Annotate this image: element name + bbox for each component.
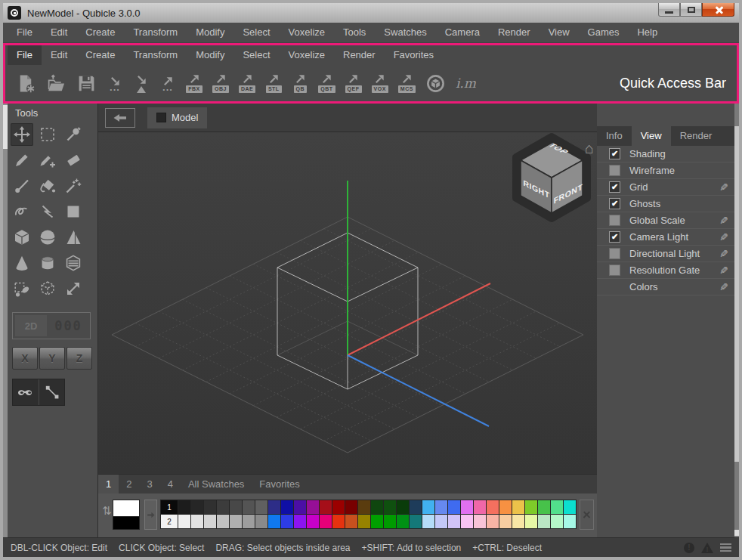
swatch-cell[interactable] bbox=[345, 515, 357, 528]
swatch-cell[interactable] bbox=[281, 500, 293, 514]
swatch-cell[interactable] bbox=[551, 500, 563, 514]
swatch-cell[interactable] bbox=[448, 500, 460, 514]
menu-item-modify[interactable]: Modify bbox=[187, 23, 233, 42]
directional-light-checkbox[interactable] bbox=[609, 248, 620, 259]
mask-tool[interactable] bbox=[13, 379, 39, 405]
swap-colors-icon[interactable]: ⇅ bbox=[102, 504, 112, 518]
brush-tool[interactable] bbox=[11, 175, 33, 197]
wireframe-checkbox[interactable] bbox=[609, 165, 620, 176]
edit-pencil-icon[interactable]: ✎ bbox=[719, 181, 728, 193]
qab-menu-item-select[interactable]: Select bbox=[233, 45, 279, 65]
swatch-tab-3[interactable]: 3 bbox=[139, 475, 159, 493]
import-button[interactable]: ... bbox=[107, 76, 123, 91]
select-brush-tool[interactable] bbox=[11, 277, 33, 300]
export-qef-button[interactable]: QEF bbox=[345, 73, 362, 93]
line-tool[interactable] bbox=[39, 379, 64, 405]
swatch-cell[interactable] bbox=[268, 515, 280, 528]
warning-icon[interactable]: ! bbox=[701, 543, 713, 553]
edit-pencil-icon[interactable]: ✎ bbox=[719, 248, 728, 260]
swatch-cell[interactable] bbox=[422, 500, 434, 514]
swatch-cell[interactable] bbox=[384, 515, 396, 528]
swatch-cell[interactable] bbox=[268, 500, 280, 514]
swatch-cell[interactable] bbox=[178, 515, 190, 528]
tab-view[interactable]: View bbox=[632, 126, 671, 146]
home-icon[interactable]: ⌂ bbox=[585, 140, 594, 156]
qab-menu-item-voxelize[interactable]: Voxelize bbox=[280, 45, 334, 65]
swatch-cell[interactable] bbox=[191, 515, 203, 528]
pencil-add-tool[interactable] bbox=[36, 149, 59, 172]
swatch-cell[interactable] bbox=[410, 515, 422, 528]
edit-pencil-icon[interactable]: ✎ bbox=[719, 231, 728, 243]
swatch-cell[interactable] bbox=[499, 515, 512, 528]
swatch-cell[interactable] bbox=[358, 515, 370, 528]
qab-menu-item-file[interactable]: File bbox=[8, 45, 42, 65]
swatch-cell[interactable] bbox=[230, 515, 242, 528]
menu-item-transform[interactable]: Transform bbox=[124, 23, 187, 42]
swatch-cell[interactable] bbox=[410, 500, 422, 514]
shading-checkbox[interactable]: ✔ bbox=[609, 148, 620, 159]
swatch-cell[interactable] bbox=[474, 515, 486, 528]
imaterialise-button[interactable]: i.m bbox=[456, 76, 476, 91]
swatch-cell[interactable] bbox=[512, 500, 524, 514]
swatch-tab-favorites[interactable]: Favorites bbox=[252, 475, 307, 493]
eraser-tool[interactable] bbox=[62, 149, 85, 172]
viewport-canvas[interactable]: TOP RIGHT FRONT ⌂ bbox=[98, 132, 597, 474]
swatch-cell[interactable] bbox=[487, 500, 499, 514]
qab-menu-item-transform[interactable]: Transform bbox=[124, 45, 187, 65]
swatch-cell[interactable] bbox=[332, 500, 345, 514]
paint-bucket-tool[interactable] bbox=[36, 175, 59, 197]
swatch-tab-2[interactable]: 2 bbox=[119, 475, 139, 493]
color-picker-tool[interactable] bbox=[62, 123, 85, 146]
swatch-tab-4[interactable]: 4 bbox=[160, 475, 181, 493]
export-vox-button[interactable]: VOX bbox=[372, 73, 388, 93]
swatch-cell[interactable] bbox=[294, 515, 306, 528]
swatch-cell[interactable] bbox=[243, 515, 255, 528]
grid-checkbox[interactable]: ✔ bbox=[609, 181, 620, 193]
export-qb-button[interactable]: QB bbox=[292, 73, 308, 93]
tab-model[interactable]: Model bbox=[147, 107, 207, 128]
export-fbx-button[interactable]: FBX bbox=[186, 73, 203, 93]
swatch-cell[interactable] bbox=[371, 500, 383, 514]
back-button[interactable] bbox=[105, 108, 135, 128]
swatch-cell[interactable] bbox=[461, 500, 473, 514]
swatch-cell[interactable] bbox=[397, 500, 409, 514]
rectangle-tool[interactable] bbox=[62, 200, 85, 223]
swatch-cell[interactable] bbox=[243, 500, 255, 514]
polyline-tool[interactable] bbox=[36, 200, 59, 223]
swatch-cell[interactable] bbox=[281, 515, 293, 528]
tab-render[interactable]: Render bbox=[671, 126, 722, 146]
swatch-tab-1[interactable]: 1 bbox=[98, 475, 119, 493]
tab-info[interactable]: Info bbox=[597, 126, 632, 146]
title-bar[interactable]: NewModel - Qubicle 3.0.0 bbox=[3, 3, 739, 23]
axis-z-button[interactable]: Z bbox=[66, 347, 92, 370]
menu-item-swatches[interactable]: Swatches bbox=[375, 23, 435, 42]
remove-swatch-button[interactable] bbox=[580, 500, 594, 530]
new-model-button[interactable] bbox=[16, 73, 36, 94]
sphere-tool[interactable] bbox=[36, 226, 59, 249]
close-button[interactable] bbox=[702, 3, 734, 17]
swatch-cell[interactable] bbox=[345, 500, 357, 514]
swatch-cell[interactable] bbox=[435, 500, 447, 514]
swatch-cell[interactable] bbox=[307, 500, 319, 514]
qab-menu-item-edit[interactable]: Edit bbox=[42, 45, 76, 65]
swatch-cell[interactable] bbox=[538, 515, 550, 528]
right-panel-scrollbar[interactable] bbox=[734, 104, 739, 537]
swatch-cell[interactable] bbox=[499, 500, 512, 514]
select-box-tool[interactable] bbox=[36, 277, 59, 300]
qab-menu-item-create[interactable]: Create bbox=[76, 45, 124, 65]
swatch-cell[interactable] bbox=[204, 515, 216, 528]
export-button[interactable]: ... bbox=[159, 76, 176, 91]
swatch-cell[interactable] bbox=[191, 500, 203, 514]
menu-item-edit[interactable]: Edit bbox=[42, 23, 76, 42]
swatch-cell[interactable] bbox=[461, 515, 473, 528]
swatch-cell[interactable] bbox=[332, 515, 345, 528]
tools-panel-scrollbar[interactable] bbox=[3, 104, 8, 537]
swatch-cell[interactable] bbox=[230, 500, 242, 514]
menu-item-create[interactable]: Create bbox=[76, 23, 124, 42]
scale-tool[interactable] bbox=[62, 277, 85, 300]
menu-item-file[interactable]: File bbox=[8, 23, 42, 42]
swatch-cell[interactable] bbox=[307, 515, 319, 528]
magic-wand-tool[interactable] bbox=[62, 175, 85, 197]
qab-menu-item-favorites[interactable]: Favorites bbox=[385, 45, 443, 65]
edit-pencil-icon[interactable]: ✎ bbox=[719, 215, 728, 227]
